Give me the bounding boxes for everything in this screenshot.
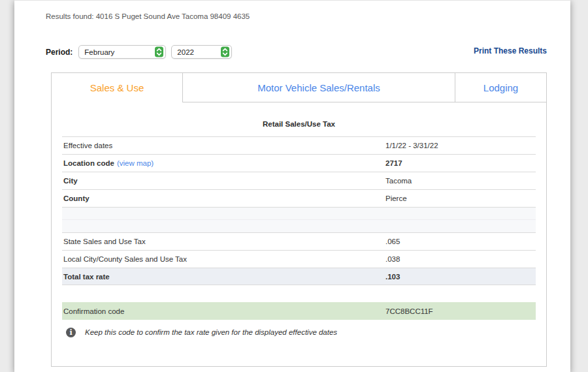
row-value: .103 — [385, 273, 400, 281]
row-label: Total tax rate — [62, 273, 110, 281]
table-row-total-tax-rate: Total tax rate .103 — [62, 268, 536, 285]
stepper-icon — [221, 46, 229, 57]
results-found-text: Results found: 4016 S Puget Sound Ave Ta… — [46, 12, 250, 20]
row-label: Location code(view map) — [62, 159, 154, 167]
tax-results-panel: Sales & Use Motor Vehicle Sales/Rentals … — [51, 72, 547, 367]
row-label: Effective dates — [62, 142, 112, 149]
print-these-results-link[interactable]: Print These Results — [474, 46, 547, 55]
empty-row — [62, 208, 536, 220]
row-label: Local City/County Sales and Use Tax — [62, 255, 187, 263]
table-row-location-code: Location code(view map) 2717 — [62, 154, 536, 172]
row-label: County — [62, 194, 90, 202]
period-year-value: 2022 — [177, 48, 194, 56]
period-month-select[interactable]: February — [78, 45, 166, 59]
tab-sales-and-use[interactable]: Sales & Use — [52, 73, 182, 102]
table-row-city: City Tacoma — [62, 172, 536, 189]
row-value: .038 — [385, 255, 400, 263]
period-controls: Period: February 2022 — [46, 44, 232, 59]
row-value: 2717 — [385, 159, 402, 167]
row-value: Pierce — [385, 194, 407, 202]
confirmation-label: Confirmation code — [62, 307, 124, 315]
table-title: Retail Sales/Use Tax — [63, 120, 535, 128]
tab-bar: Sales & Use Motor Vehicle Sales/Rentals … — [52, 73, 546, 102]
tab-motor-vehicle-sales-rentals[interactable]: Motor Vehicle Sales/Rentals — [182, 73, 455, 102]
confirmation-note: i Keep this code to confirm the tax rate… — [62, 326, 536, 339]
browser-page: Results found: 4016 S Puget Sound Ave Ta… — [14, 0, 570, 372]
stepper-icon — [155, 46, 163, 57]
row-label: City — [62, 177, 78, 185]
confirmation-code-row: Confirmation code 7CC8BCC11F — [62, 302, 536, 320]
row-value: .065 — [385, 238, 400, 245]
info-icon: i — [66, 328, 76, 337]
tax-rate-table: Effective dates 1/1/22 - 3/31/22 Locatio… — [62, 136, 536, 339]
table-row-state-sales-tax: State Sales and Use Tax .065 — [62, 232, 536, 250]
confirmation-value: 7CC8BCC11F — [385, 307, 433, 315]
period-year-select[interactable]: 2022 — [171, 45, 232, 59]
row-label: State Sales and Use Tax — [62, 238, 146, 245]
row-value: 1/1/22 - 3/31/22 — [385, 142, 438, 149]
tab-lodging[interactable]: Lodging — [455, 73, 546, 102]
table-row-county: County Pierce — [62, 189, 536, 207]
view-map-link[interactable]: (view map) — [117, 159, 154, 167]
empty-row — [62, 220, 536, 232]
empty-spacer-rows — [62, 207, 536, 232]
period-month-value: February — [84, 48, 114, 56]
table-row-local-sales-tax: Local City/County Sales and Use Tax .038 — [62, 250, 536, 268]
note-text: Keep this code to confirm the tax rate g… — [85, 328, 337, 336]
period-label: Period: — [46, 48, 73, 57]
table-row-effective-dates: Effective dates 1/1/22 - 3/31/22 — [62, 136, 536, 154]
row-value: Tacoma — [385, 177, 412, 185]
